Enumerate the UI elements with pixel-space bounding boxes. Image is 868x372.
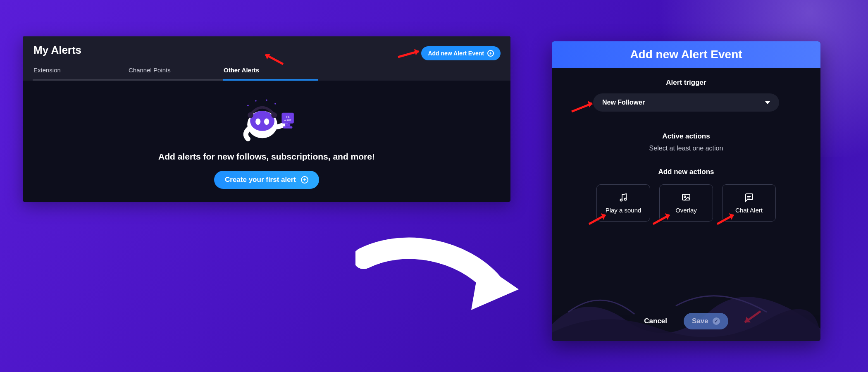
svg-point-2 — [255, 119, 260, 125]
astronaut-illustration: # 1 ALERT — [229, 93, 304, 147]
alert-trigger-label: Alert trigger — [666, 79, 706, 87]
svg-text:# 1: # 1 — [286, 116, 290, 118]
chat-icon — [744, 193, 754, 203]
add-new-alert-event-button[interactable]: Add new Alert Event + — [421, 46, 501, 60]
svg-point-12 — [255, 100, 256, 101]
svg-point-13 — [266, 100, 267, 101]
svg-point-15 — [620, 199, 622, 201]
empty-state: # 1 ALERT Add alerts for new follows, su… — [23, 81, 510, 189]
plus-circle-icon: + — [301, 176, 308, 184]
svg-text:ALERT: ALERT — [284, 119, 291, 122]
alert-trigger-value: New Follower — [602, 99, 645, 106]
action-label: Overlay — [675, 207, 697, 214]
create-first-alert-label: Create your first alert — [225, 176, 296, 184]
save-button[interactable]: Save ✓ — [684, 313, 728, 329]
svg-rect-10 — [283, 126, 293, 129]
svg-point-11 — [247, 105, 248, 106]
callout-arrow-icon — [651, 211, 676, 227]
add-new-actions-label: Add new actions — [596, 168, 776, 176]
active-actions-label: Active actions — [649, 132, 723, 141]
callout-arrow-icon — [396, 46, 425, 60]
callout-arrow-icon — [715, 211, 740, 227]
music-note-icon — [618, 193, 628, 203]
add-new-alert-event-label: Add new Alert Event — [428, 50, 484, 57]
svg-point-1 — [250, 111, 274, 131]
save-label: Save — [692, 317, 708, 325]
add-alert-event-modal: Add new Alert Event Alert trigger New Fo… — [552, 41, 820, 341]
image-icon — [681, 193, 691, 203]
cancel-button[interactable]: Cancel — [644, 317, 667, 325]
flow-arrow-illustration — [355, 234, 529, 324]
callout-arrow-icon — [587, 211, 612, 227]
modal-footer: Cancel Save ✓ — [552, 304, 820, 341]
callout-arrow-icon — [260, 50, 285, 66]
tab-extension[interactable]: Extension — [33, 62, 128, 81]
svg-rect-9 — [285, 124, 290, 126]
tab-channel-points[interactable]: Channel Points — [128, 62, 223, 81]
create-first-alert-button[interactable]: Create your first alert + — [214, 171, 319, 189]
svg-point-3 — [264, 119, 269, 125]
caret-down-icon — [765, 101, 770, 104]
svg-point-14 — [274, 103, 276, 104]
svg-point-4 — [248, 112, 253, 118]
empty-state-text: Add alerts for new follows, subscription… — [158, 152, 375, 162]
modal-title: Add new Alert Event — [552, 41, 820, 68]
svg-point-5 — [271, 112, 277, 118]
alert-trigger-dropdown[interactable]: New Follower — [593, 93, 779, 112]
svg-point-18 — [684, 196, 686, 198]
callout-arrow-icon — [570, 98, 599, 115]
action-cards: Play a sound Overlay Chat Alert — [596, 184, 776, 222]
check-circle-icon: ✓ — [713, 317, 720, 325]
active-actions-help: Select at least one action — [649, 145, 723, 152]
svg-point-16 — [625, 198, 627, 200]
plus-circle-icon: + — [487, 50, 494, 57]
